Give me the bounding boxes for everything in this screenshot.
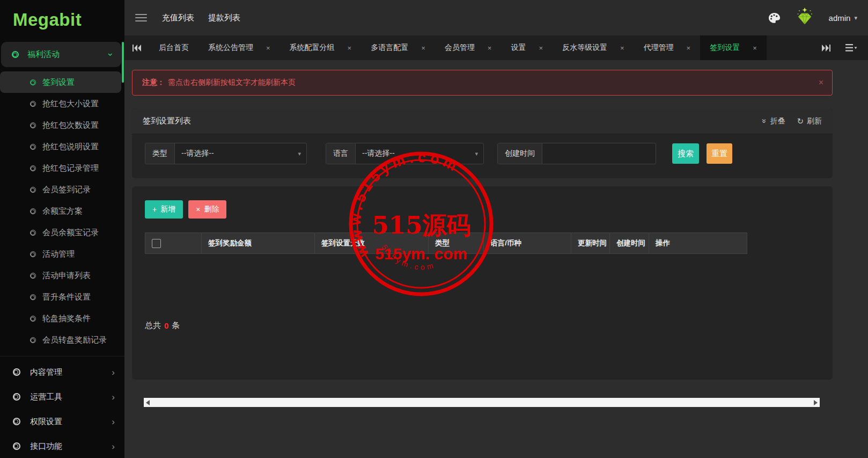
tab-label: 签到设置: [710, 43, 740, 53]
notice-alert: 注意： 需点击右侧刷新按钮文字才能刷新本页 ×: [132, 70, 833, 96]
tab-member-management[interactable]: 会员管理 ×: [435, 35, 502, 60]
sidebar-item[interactable]: 抢红包大小设置: [0, 93, 124, 114]
gem-icon[interactable]: [793, 6, 816, 29]
circle-icon: [30, 187, 36, 193]
alert-close-icon[interactable]: ×: [819, 78, 823, 88]
sidebar-item[interactable]: 抢红包说明设置: [0, 136, 124, 157]
nav-link-withdraw-list[interactable]: 提款列表: [208, 13, 240, 23]
tab-close-icon[interactable]: ×: [348, 44, 352, 52]
sidebar-item[interactable]: 抢红包记录管理: [0, 157, 124, 179]
sidebar-section-api-functions[interactable]: 接口功能 ›: [0, 434, 124, 458]
tab-dashboard[interactable]: 后台首页: [149, 35, 198, 60]
circle-icon: [30, 251, 36, 257]
sidebar-item-label: 活动管理: [42, 249, 75, 259]
sidebar-item[interactable]: 轮盘抽奖条件: [0, 308, 124, 329]
sidebar-item[interactable]: 活动申请列表: [0, 265, 124, 286]
collapse-button[interactable]: » 折叠: [762, 117, 785, 126]
table-panel: + 新增 × 删除 签到奖励金额 签到设置天数 类型 语言/币种 更新时间 创建…: [132, 186, 833, 380]
sidebar-item[interactable]: 抢红包次数设置: [0, 114, 124, 136]
sidebar-section-label: 运营工具: [30, 392, 62, 402]
sidebar-item[interactable]: 余额宝方案: [0, 200, 124, 222]
sidebar-item-signin-settings[interactable]: 签到设置: [0, 71, 121, 93]
select-all-checkbox[interactable]: [152, 239, 161, 248]
scroll-tabs-right-icon[interactable]: [822, 45, 830, 52]
sidebar-section-label: 接口功能: [30, 441, 62, 452]
tab-close-icon[interactable]: ×: [539, 44, 543, 52]
column-header: 操作: [649, 233, 747, 253]
caret-down-icon: ▾: [854, 14, 857, 21]
delete-button[interactable]: × 删除: [188, 200, 226, 219]
tab-multilanguage-config[interactable]: 多语言配置 ×: [361, 35, 435, 60]
refresh-label: 刷新: [807, 117, 822, 126]
table-header-checkbox-cell: [145, 233, 201, 253]
tab-settings[interactable]: 设置 ×: [501, 35, 553, 60]
user-menu[interactable]: admin ▾: [829, 13, 857, 23]
sidebar-section-label: 内容管理: [30, 367, 62, 377]
tab-rebate-level-settings[interactable]: 反水等级设置 ×: [553, 35, 634, 60]
sidebar-item[interactable]: 会员签到记录: [0, 179, 124, 200]
hamburger-menu-icon[interactable]: [135, 14, 147, 21]
sidebar-item-label: 晋升条件设置: [42, 292, 91, 302]
tab-close-icon[interactable]: ×: [620, 44, 624, 52]
filter-row: 类型 --请选择-- ▾ 语言 --请选择-- ▾ 创建时间 搜索 重置: [132, 134, 833, 178]
refresh-button[interactable]: ↻ 刷新: [797, 117, 822, 126]
type-filter-label: 类型: [145, 143, 175, 164]
horizontal-scrollbar[interactable]: [144, 398, 820, 407]
column-header: 类型: [428, 233, 483, 253]
sidebar-item-label: 会员签到记录: [42, 185, 91, 195]
circle-icon: [30, 144, 36, 150]
sidebar-item[interactable]: 会员余额宝记录: [0, 222, 124, 243]
circle-icon: [30, 316, 36, 322]
tab-close-icon[interactable]: ×: [687, 44, 691, 52]
tab-label: 系统公告管理: [208, 43, 253, 53]
scroll-right-arrow-icon[interactable]: [814, 400, 818, 405]
circle-icon: [30, 294, 36, 300]
scroll-tabs-left-icon[interactable]: [124, 35, 149, 60]
chevron-right-icon: ›: [112, 417, 115, 426]
tab-system-config-groups[interactable]: 系统配置分组 ×: [280, 35, 362, 60]
sidebar-item[interactable]: 会员转盘奖励记录: [0, 329, 124, 351]
tab-close-icon[interactable]: ×: [753, 44, 757, 52]
sidebar-scrollbar[interactable]: [122, 42, 124, 83]
navbar-right: admin ▾: [768, 6, 857, 29]
sidebar-group-welfare-activities[interactable]: 福利活动 ›: [1, 42, 121, 67]
tab-signin-settings-active[interactable]: 签到设置 ×: [700, 35, 767, 60]
tab-label: 设置: [511, 43, 526, 53]
column-header: 创建时间: [609, 233, 649, 253]
language-select[interactable]: --请选择-- ▾: [356, 143, 483, 164]
sidebar-item-label: 抢红包记录管理: [42, 163, 99, 173]
scroll-left-arrow-icon[interactable]: [146, 400, 150, 405]
nav-link-recharge-list[interactable]: 充值列表: [162, 13, 194, 23]
tab-system-announcements[interactable]: 系统公告管理 ×: [198, 35, 280, 60]
reset-button[interactable]: 重置: [707, 143, 732, 164]
sidebar-submenu: 签到设置 抢红包大小设置 抢红包次数设置 抢红包说明设置 抢红包记录管理 会员签…: [0, 71, 124, 351]
tab-close-icon[interactable]: ×: [488, 44, 492, 52]
alert-prefix: 注意：: [142, 78, 165, 88]
collapse-label: 折叠: [770, 117, 785, 126]
add-button-label: 新增: [160, 205, 175, 214]
sidebar-item[interactable]: 晋升条件设置: [0, 286, 124, 308]
tab-close-icon[interactable]: ×: [266, 44, 270, 52]
caret-down-icon: ▾: [475, 150, 478, 157]
delete-button-label: 删除: [204, 205, 219, 214]
sidebar-section-content-management[interactable]: 内容管理 ›: [0, 360, 124, 384]
sidebar-item[interactable]: 活动管理: [0, 243, 124, 265]
type-select[interactable]: --请选择-- ▾: [175, 143, 306, 164]
alert-message: 需点击右侧刷新按钮文字才能刷新本页: [168, 78, 296, 88]
column-header: 更新时间: [571, 233, 609, 253]
sidebar-section-permission-settings[interactable]: 权限设置 ›: [0, 409, 124, 434]
tab-close-icon[interactable]: ×: [421, 44, 425, 52]
add-button[interactable]: + 新增: [145, 200, 183, 219]
search-button[interactable]: 搜索: [672, 143, 699, 164]
chevron-down-icon: ›: [107, 53, 116, 56]
palette-icon[interactable]: [768, 12, 781, 24]
create-time-input[interactable]: [542, 143, 656, 164]
sidebar-section-label: 权限设置: [30, 417, 62, 427]
circle-icon: [30, 337, 36, 343]
panel-header: 签到设置列表 » 折叠 ↻ 刷新: [132, 108, 833, 134]
circle-icon: [30, 273, 36, 279]
tab-agent-management[interactable]: 代理管理 ×: [634, 35, 701, 60]
circle-icon: [30, 122, 36, 128]
tab-options-menu-icon[interactable]: [845, 44, 857, 52]
sidebar-section-operation-tools[interactable]: 运营工具 ›: [0, 384, 124, 409]
